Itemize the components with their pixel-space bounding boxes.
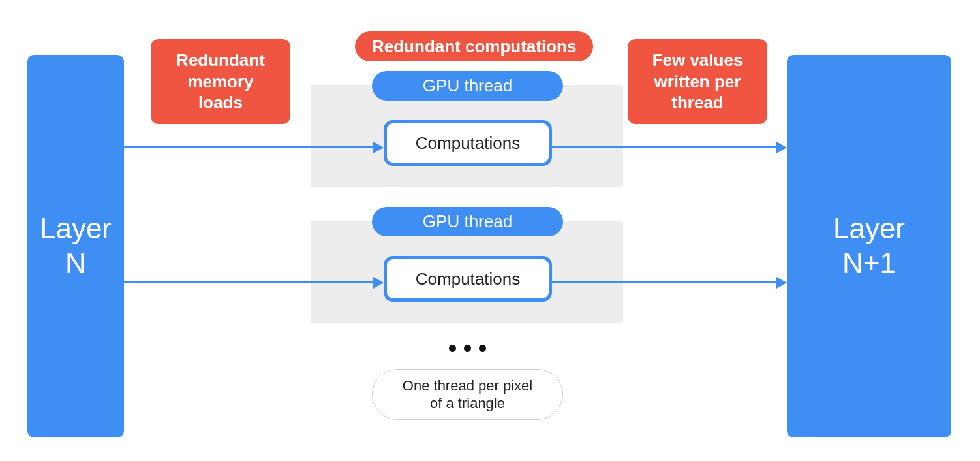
gpu-thread-pill-1: GPU thread	[372, 71, 563, 101]
layer-n-label-line1: Layer	[40, 212, 112, 246]
layer-n1-label-line2: N+1	[842, 246, 896, 281]
arrow-1-left-line	[124, 146, 373, 148]
callout-redundant-memory-text: Redundant memory loads	[164, 50, 277, 114]
arrow-2-right-head	[776, 277, 787, 289]
arrow-1-right-head	[776, 142, 787, 153]
ellipsis-dot	[449, 345, 456, 352]
footnote-pill: One thread per pixel of a triangle	[372, 369, 563, 420]
computations-box-1-text: Computations	[416, 133, 520, 153]
arrow-1-right-line	[552, 146, 776, 148]
arrow-1-left-head	[373, 142, 384, 153]
footnote-line2: of a triangle	[430, 394, 505, 413]
layer-n1-label-line1: Layer	[833, 212, 905, 246]
callout-redundant-computations-text: Redundant computations	[372, 37, 576, 57]
computations-box-1: Computations	[384, 120, 552, 166]
gpu-thread-pill-2-text: GPU thread	[423, 212, 512, 232]
ellipsis-dots	[449, 345, 486, 352]
arrow-2-right-line	[552, 281, 776, 283]
layer-n1-box: Layer N+1	[787, 55, 951, 437]
ellipsis-dot	[464, 345, 471, 352]
callout-few-values-text: Few values written per thread	[641, 50, 754, 114]
computations-box-2-text: Computations	[416, 269, 520, 289]
computations-box-2: Computations	[384, 256, 552, 302]
callout-few-values: Few values written per thread	[628, 39, 767, 124]
arrow-2-left-head	[373, 277, 384, 289]
callout-redundant-computations: Redundant computations	[355, 31, 593, 61]
callout-redundant-memory: Redundant memory loads	[151, 39, 290, 124]
layer-n-label-line2: N	[65, 246, 86, 281]
footnote-line1: One thread per pixel	[403, 377, 532, 395]
layer-n-box: Layer N	[27, 55, 124, 437]
arrow-2-left-line	[124, 281, 373, 283]
ellipsis-dot	[479, 345, 486, 352]
gpu-thread-pill-1-text: GPU thread	[423, 76, 512, 96]
gpu-thread-pill-2: GPU thread	[372, 207, 563, 236]
